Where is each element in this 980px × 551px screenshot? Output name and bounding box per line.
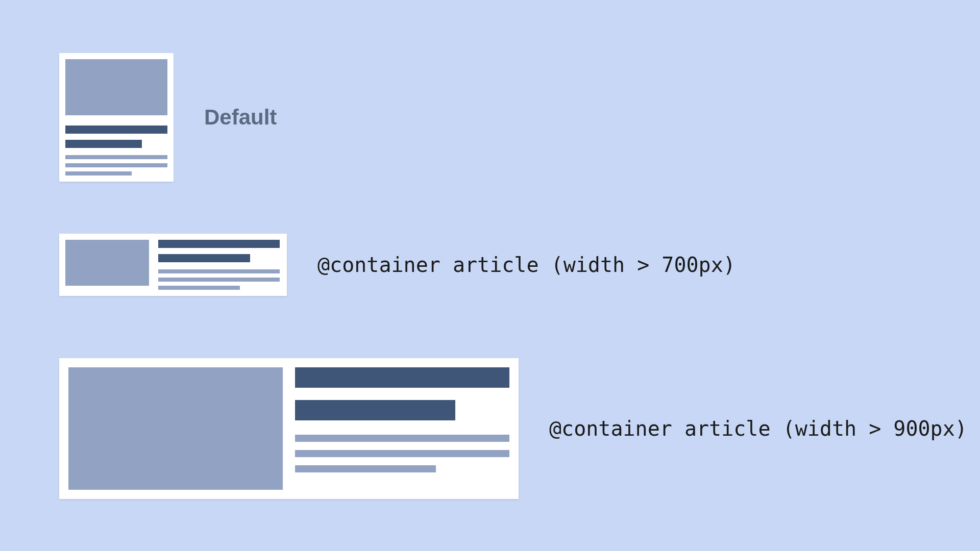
breakpoint-row-default: Default [59,53,277,182]
body-bar [65,155,167,159]
body-bar [65,171,132,176]
body-bar [295,450,509,457]
label-default: Default [204,105,277,130]
body-bar [295,435,509,442]
label-container-query-900: @container article (width > 900px) [549,417,967,440]
title-bar [65,126,167,134]
body-bar [158,269,280,273]
article-card-700 [59,234,287,296]
article-content [295,367,509,490]
article-card-default [59,53,174,182]
title-bar [295,367,509,388]
article-thumbnail [68,367,283,490]
article-content [65,126,167,176]
article-card-900 [59,358,519,499]
article-thumbnail [65,240,149,286]
body-bar [295,465,436,472]
breakpoint-row-700: @container article (width > 700px) [59,234,736,296]
label-container-query-700: @container article (width > 700px) [317,253,736,277]
breakpoint-row-900: @container article (width > 900px) [59,358,967,499]
body-bar [158,278,280,282]
title-bar [65,140,142,148]
title-bar [158,240,280,248]
body-bar [158,286,240,290]
body-bar [65,163,167,167]
title-bar [295,400,455,420]
title-bar [158,254,250,262]
article-content [158,240,281,290]
article-thumbnail [65,59,167,115]
